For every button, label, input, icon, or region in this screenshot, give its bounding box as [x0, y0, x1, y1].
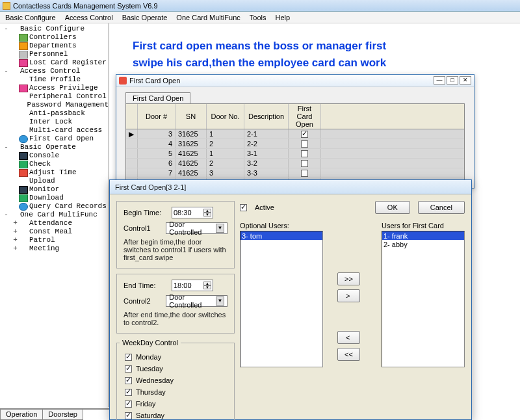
weekday-checkbox[interactable]: [125, 377, 132, 384]
spinner-down-icon[interactable]: ▼: [203, 213, 211, 217]
col-door[interactable]: Door #: [138, 104, 176, 129]
col-sn[interactable]: SN: [176, 104, 207, 129]
menu-basic-operate[interactable]: Basic Operate: [122, 14, 168, 21]
tree-item[interactable]: +Patrol: [3, 236, 109, 244]
selected-users-listbox[interactable]: 1- frank2- abby: [382, 231, 465, 367]
control2-select[interactable]: Door Controlled ▼: [166, 295, 228, 307]
tree-item[interactable]: Anti-passback: [3, 109, 109, 118]
close-button[interactable]: ✕: [460, 76, 471, 85]
weekday-checkbox[interactable]: [125, 412, 132, 419]
dialog-titlebar[interactable]: First Card Open[3 2-1]: [110, 180, 471, 194]
col-first-card-open[interactable]: First Card Open: [289, 104, 321, 129]
tree-item[interactable]: Password Management: [3, 101, 109, 109]
tree-icon: [19, 194, 28, 202]
col-door-no[interactable]: Door No.: [207, 104, 244, 129]
tab-doorstep[interactable]: Doorstep: [42, 410, 83, 420]
menu-one-card-multifunc[interactable]: One Card MultiFunc: [176, 14, 240, 21]
tree-item[interactable]: +Meeting: [3, 244, 109, 253]
tree-item[interactable]: Personnel: [3, 50, 109, 59]
first-card-open-checkbox[interactable]: [301, 170, 308, 177]
nav-tree[interactable]: -Basic Configure Controllers Departments…: [0, 23, 109, 407]
list-window-title: First Card Open: [129, 77, 180, 85]
tree-item[interactable]: Download: [3, 194, 109, 202]
tree-item[interactable]: Check: [3, 160, 109, 168]
first-card-open-checkbox[interactable]: [301, 140, 308, 148]
tree-item[interactable]: +Attendance: [3, 219, 109, 228]
app-icon: [3, 2, 10, 10]
weekday-checkbox[interactable]: [125, 389, 132, 396]
menu-access-control[interactable]: Access Control: [65, 14, 113, 21]
list-item[interactable]: 2- abby: [382, 240, 464, 248]
tree-item[interactable]: First Card Open: [3, 135, 109, 143]
control1-label: Control1: [124, 224, 166, 232]
tab-operation[interactable]: Operation: [0, 410, 43, 420]
weekday-checkbox[interactable]: [125, 400, 132, 408]
tree-item[interactable]: Console: [3, 151, 109, 160]
tree-item[interactable]: Access Privilege: [3, 84, 109, 92]
tree-item[interactable]: -Basic Operate: [3, 143, 109, 151]
active-checkbox[interactable]: [240, 204, 247, 211]
weekday-checkbox[interactable]: [125, 354, 132, 361]
doors-grid[interactable]: Door # SN Door No. Description First Car…: [125, 103, 465, 189]
move-all-left-button[interactable]: <<: [337, 348, 360, 361]
ok-button[interactable]: OK: [375, 201, 410, 214]
table-row[interactable]: ▶33162512-1: [126, 129, 464, 139]
tree-icon: [19, 110, 28, 118]
tree-icon: [19, 76, 28, 84]
tree-item[interactable]: -Basic Configure: [3, 25, 109, 33]
control2-value: Door Controlled: [169, 293, 216, 309]
spinner-down-icon[interactable]: ▼: [203, 285, 211, 289]
control1-select[interactable]: Door Controlled ▼: [166, 222, 228, 234]
chevron-down-icon[interactable]: ▼: [216, 224, 224, 233]
tree-icon: [19, 34, 28, 42]
minimize-button[interactable]: —: [434, 76, 445, 85]
end-time-input[interactable]: 18:00 ▲▼: [172, 280, 213, 291]
tree-item[interactable]: Controllers: [3, 33, 109, 42]
move-right-button[interactable]: >: [337, 289, 360, 302]
tree-item[interactable]: Query Card Records: [3, 202, 109, 211]
tree-label: Attendance: [29, 219, 72, 228]
tree-icon: [19, 93, 28, 101]
table-row[interactable]: 43162522-2: [126, 139, 464, 149]
menu-tools[interactable]: Tools: [250, 14, 266, 21]
begin-time-input[interactable]: 08:30 ▲▼: [172, 207, 213, 218]
tree-item[interactable]: -One Card MultiFunc: [3, 211, 109, 219]
list-item[interactable]: 3- tom: [240, 231, 322, 240]
chevron-down-icon[interactable]: ▼: [216, 296, 224, 306]
first-card-open-checkbox[interactable]: [301, 150, 308, 157]
first-card-open-checkbox[interactable]: [301, 160, 308, 167]
optional-users-listbox[interactable]: 3- tom: [240, 231, 323, 367]
tree-label: Download: [29, 194, 64, 202]
tree-item[interactable]: Time Profile: [3, 75, 109, 84]
menu-help[interactable]: Help: [275, 14, 290, 21]
move-all-right-button[interactable]: >>: [337, 272, 360, 285]
tree-item[interactable]: Upload: [3, 177, 109, 185]
maximize-button[interactable]: □: [447, 76, 458, 85]
table-row[interactable]: 64162523-2: [126, 159, 464, 168]
tree-item[interactable]: +Const Meal: [3, 228, 109, 236]
col-description[interactable]: Description: [244, 104, 289, 129]
tree-item[interactable]: Lost Card Register: [3, 59, 109, 67]
weekday-label: Saturday: [136, 412, 164, 419]
tree-item[interactable]: Multi-card access: [3, 126, 109, 135]
menu-basic-configure[interactable]: Basic Configure: [5, 14, 56, 21]
table-row[interactable]: 54162513-1: [126, 149, 464, 159]
tree-item[interactable]: Departments: [3, 42, 109, 50]
first-card-open-checkbox[interactable]: [301, 131, 308, 138]
move-left-button[interactable]: <: [337, 331, 360, 344]
tree-icon: [10, 68, 19, 75]
list-window-titlebar[interactable]: First Card Open — □ ✕: [116, 75, 474, 86]
weekday-control-group: WeekDay Control MondayTuesdayWednesdayTh…: [116, 339, 235, 420]
tree-item[interactable]: Peripheral Control: [3, 92, 109, 101]
tree-item[interactable]: Monitor: [3, 185, 109, 194]
list-tab-first-card-open[interactable]: First Card Open: [125, 92, 190, 103]
list-item[interactable]: 1- frank: [382, 231, 464, 240]
table-row[interactable]: 74162533-3: [126, 168, 464, 178]
tree-item[interactable]: -Access Control: [3, 67, 109, 75]
weekday-checkbox[interactable]: [125, 365, 132, 373]
tree-item[interactable]: Adjust Time: [3, 168, 109, 177]
tree-label: Basic Operate: [20, 143, 76, 151]
weekday-label: Wednesday: [136, 376, 174, 384]
tree-item[interactable]: Inter Lock: [3, 118, 109, 126]
cancel-button[interactable]: Cancel: [418, 201, 465, 214]
